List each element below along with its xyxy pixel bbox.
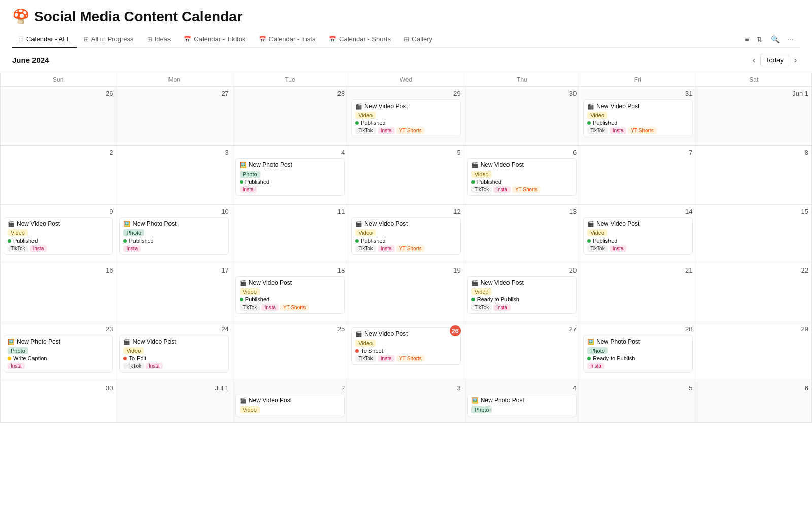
event-title-text: New Video Post [596,103,639,110]
sort-button[interactable]: ⇅ [755,33,765,45]
event-card[interactable]: 🎬 New Video Post Video Published TikTokI… [351,217,460,255]
event-status-row: Published [240,296,341,302]
calendar-cell[interactable]: 26 🎬 New Video Post Video To Shoot TikTo… [348,322,464,381]
today-button[interactable]: Today [760,54,789,66]
calendar-cell[interactable]: 3 [348,381,464,423]
calendar-cell[interactable]: 9 🎬 New Video Post Video Published TikTo… [1,205,116,263]
calendar-cell[interactable]: 5 [348,146,464,204]
calendar-cell[interactable]: 11 [232,205,348,263]
calendar-cell[interactable]: 18 🎬 New Video Post Video Published TikT… [232,263,348,322]
calendar-cell[interactable]: 28 [232,87,348,145]
platform-tag: TikTok [355,127,376,134]
calendar-cell[interactable]: 8 [696,146,812,204]
calendar-cell[interactable]: 25 [232,322,348,381]
tab-calendar-shorts[interactable]: 📅 Calendar - Shorts [323,31,397,48]
event-status-text: Ready to Publish [593,355,635,361]
platform-tags: TikTokInstaYT Shorts [240,304,341,311]
event-title-text: New Video Post [249,279,292,286]
event-card[interactable]: 🎬 New Video Post Video Published TikTokI… [4,217,113,255]
event-card[interactable]: 🎬 New Video Post Video Published TikTokI… [583,99,692,137]
calendar-cell[interactable]: 17 [116,263,232,322]
calendar-cell[interactable]: 27 [116,87,232,145]
nav-tabs: ☰ Calendar - ALL ⊞ All in Progress ⊞ Ide… [12,31,800,48]
more-button[interactable]: ··· [786,33,796,45]
calendar-cell[interactable]: 13 [464,205,580,263]
cell-date: 29 [351,90,460,97]
platform-tag: Insta [610,127,627,134]
event-card[interactable]: 🖼️ New Photo Post Photo Write Caption In… [4,335,113,373]
calendar-cell[interactable]: 16 [1,263,116,322]
calendar-cell[interactable]: 3 [116,146,232,204]
calendar-cell[interactable]: Jun 1 [696,87,812,145]
platform-tag: Insta [146,363,163,369]
calendar-cell[interactable]: 23 🖼️ New Photo Post Photo Write Caption… [1,322,116,381]
calendar-cell[interactable]: 6 [696,381,812,423]
calendar-cell[interactable]: 2 [1,146,116,204]
calendar-cell[interactable]: 6 🎬 New Video Post Video Published TikTo… [464,146,580,204]
platform-tags: TikTokInsta [8,245,109,252]
platform-tags: TikTokInstaYT Shorts [587,127,688,134]
event-card[interactable]: 🖼️ New Photo Post Photo [467,394,577,417]
event-status-row: Ready to Publish [587,355,688,361]
event-type-tag: Video [240,406,260,413]
platform-tag: TikTok [471,186,492,193]
calendar-cell[interactable]: 27 [464,322,580,381]
tab-ideas[interactable]: ⊞ Ideas [141,31,177,48]
event-card[interactable]: 🎬 New Video Post Video [235,394,345,417]
calendar-cell[interactable]: 30 [464,87,580,145]
calendar-cell[interactable]: 19 [348,263,464,322]
event-title: 🎬 New Video Post [355,220,456,227]
platform-tag: Insta [493,304,511,311]
event-card[interactable]: 🎬 New Video Post Video Published TikTokI… [467,158,577,196]
calendar-grid: Sun Mon Tue Wed Thu Fri Sat 26272829 🎬 N… [0,73,812,423]
calendar-cell[interactable]: 4 🖼️ New Photo Post Photo Published Inst… [232,146,348,204]
event-title-text: New Video Post [364,220,408,227]
calendar-cell[interactable]: 22 [696,263,812,322]
status-dot [587,121,591,125]
calendar-cell[interactable]: 29 🎬 New Video Post Video Published TikT… [348,87,464,145]
prev-month-button[interactable]: ‹ [750,55,758,66]
event-title-text: New Video Post [481,279,524,286]
event-card[interactable]: 🖼️ New Photo Post Photo Ready to Publish… [583,335,692,373]
event-card[interactable]: 🎬 New Video Post Video To Edit TikTokIns… [119,335,228,373]
event-card[interactable]: 🎬 New Video Post Video Ready to Publish … [467,276,577,314]
platform-tag: Insta [123,245,141,252]
event-card[interactable]: 🎬 New Video Post Video Published TikTokI… [583,217,692,255]
calendar-cell[interactable]: 31 🎬 New Video Post Video Published TikT… [580,87,696,145]
tab-gallery[interactable]: ⊞ Gallery [398,31,438,48]
calendar-cell[interactable]: 24 🎬 New Video Post Video To Edit TikTok… [116,322,232,381]
calendar-cell[interactable]: 15 [696,205,812,263]
event-status-row: Ready to Publish [471,296,572,302]
tab-all-in-progress[interactable]: ⊞ All in Progress [78,31,140,48]
event-status-text: Published [129,238,153,244]
status-dot [587,239,591,243]
next-month-button[interactable]: › [791,55,800,66]
calendar-cell[interactable]: 29 [696,322,812,381]
event-card[interactable]: 🎬 New Video Post Video Published TikTokI… [235,276,345,314]
calendar-cell[interactable]: 20 🎬 New Video Post Video Ready to Publi… [464,263,580,322]
event-card[interactable]: 🖼️ New Photo Post Photo Published Insta [235,158,345,196]
event-card[interactable]: 🎬 New Video Post Video Published TikTokI… [351,99,460,137]
calendar-cell[interactable]: 28 🖼️ New Photo Post Photo Ready to Publ… [580,322,696,381]
event-title: 🎬 New Video Post [355,330,449,337]
calendar-cell[interactable]: 7 [580,146,696,204]
tab-calendar-all[interactable]: ☰ Calendar - ALL [12,31,77,48]
calendar-cell[interactable]: 14 🎬 New Video Post Video Published TikT… [580,205,696,263]
filter-button[interactable]: ≡ [742,33,751,45]
calendar-cell[interactable]: 5 [580,381,696,423]
calendar-cell[interactable]: Jul 1 [116,381,232,423]
event-card[interactable]: 🎬 New Video Post Video To Shoot TikTokIn… [351,327,460,365]
calendar-cell[interactable]: 4 🖼️ New Photo Post Photo [464,381,580,423]
calendar-cell[interactable]: 12 🎬 New Video Post Video Published TikT… [348,205,464,263]
calendar-cell[interactable]: 26 [1,87,116,145]
calendar-cell[interactable]: 30 [1,381,116,423]
event-card[interactable]: 🖼️ New Photo Post Photo Published Insta [119,217,228,255]
calendar-cell[interactable]: 21 [580,263,696,322]
event-title: 🎬 New Video Post [123,338,224,345]
tab-calendar-tiktok[interactable]: 📅 Calendar - TikTok [178,31,251,48]
search-button[interactable]: 🔍 [769,33,782,45]
calendar-cell[interactable]: 2 🎬 New Video Post Video [232,381,348,423]
calendar-cell[interactable]: 10 🖼️ New Photo Post Photo Published Ins… [116,205,232,263]
tab-label-all-in-progress: All in Progress [91,35,134,43]
tab-calendar-insta[interactable]: 📅 Calendar - Insta [253,31,322,48]
